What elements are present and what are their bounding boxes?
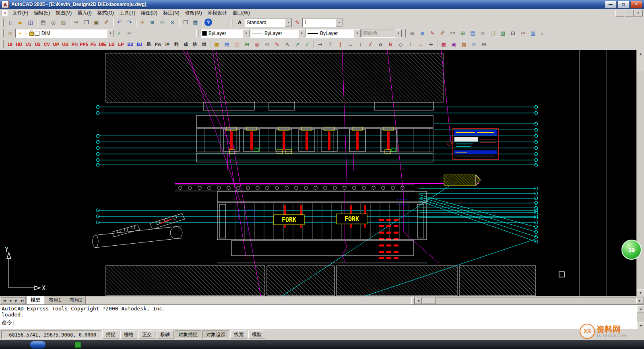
toolbar-grip[interactable] [2,18,4,27]
text-style-combo[interactable]: Standard ▼ [245,18,292,27]
bulb-on-icon[interactable]: ● [17,30,23,37]
die-tool-button[interactable]: LB [107,40,116,48]
die-tool-button[interactable]: P5 [89,40,98,48]
toolbar-grip[interactable] [2,40,4,48]
dim-vertical-icon[interactable]: ↕ [355,39,365,49]
layer-manager-icon[interactable]: ≣ [5,29,15,38]
dim-center-icon[interactable]: ◇ [396,39,406,49]
tab-scroll-splitter[interactable] [411,297,415,304]
redo-icon[interactable]: ↷ [124,18,134,27]
status-toggle[interactable]: 捕捉 [102,331,119,339]
zoom-window-icon[interactable]: ⊡ [157,18,167,27]
die-tool-button[interactable]: CV [42,40,52,48]
chevron-down-icon[interactable]: ▼ [285,18,292,27]
menu-item[interactable]: 插入(I) [74,9,94,17]
horizontal-scroll-thumb[interactable] [423,298,436,304]
status-toggle[interactable]: 对象追踪 [202,331,229,339]
new-icon[interactable]: ▯ [5,18,15,27]
dim-perpendicular-icon[interactable]: ⊥ [406,39,416,49]
plot-icon[interactable]: ▤ [38,18,48,27]
vertical-scroll-thumb[interactable] [637,57,644,71]
brush-icon[interactable]: ✐ [438,29,448,38]
menu-item[interactable]: 冲模设计 [205,9,230,17]
menu-item[interactable]: 修改(M) [182,9,205,17]
taskbar-app-icon[interactable] [75,342,81,348]
chevron-down-icon[interactable]: ▼ [354,29,361,37]
zoom-previous-icon[interactable]: ⊙ [167,18,178,27]
vertical-scrollbar[interactable]: ▲ ▼ [636,50,644,296]
scroll-down-button[interactable]: ▼ [637,289,644,296]
block2-icon[interactable]: ▣ [449,39,459,49]
status-toggle[interactable]: 对象捕捉 [175,331,201,339]
toolbar-grip[interactable] [404,29,406,37]
etransmit-icon[interactable]: ✉ [407,29,417,38]
close-button[interactable]: × [630,1,642,8]
chevron-down-icon[interactable]: ▼ [336,18,343,27]
mdi-minimize-button[interactable]: — [615,10,624,16]
menu-item[interactable]: 编辑(E) [31,9,53,17]
dim-linear-icon[interactable]: ⊣ [315,39,325,49]
status-toggle[interactable]: 极轴 [157,331,173,339]
die-tool-button[interactable]: PH [70,40,79,48]
hatch-icon[interactable]: ▨ [459,39,469,49]
dim-horizontal-icon[interactable]: ↔ [345,39,355,49]
undo-icon[interactable]: ↶ [114,18,124,27]
die-tool-button[interactable]: Pw [153,40,163,48]
dim-angular-icon[interactable]: ∠ [365,39,376,49]
dim-baseline-icon[interactable]: ≂ [416,39,426,49]
properties-icon[interactable]: ❒ [180,18,190,27]
die-tool-button[interactable]: 易 [144,40,153,48]
status-toggle[interactable]: 栅格 [120,331,137,339]
layer-combo[interactable]: ●☼ DIM ▼ [15,29,114,38]
layout-tab-1[interactable]: 布局1 [45,296,65,304]
die-tool-button[interactable]: DIE [98,40,107,48]
die-tool-button[interactable]: U1 [24,40,33,48]
dim-continue-icon[interactable]: ✛ [426,39,436,49]
hyperlink-icon[interactable]: ⊕ [417,29,427,38]
die-tool-button[interactable]: B2 [126,40,135,48]
menu-item[interactable]: 窗口(W) [230,9,253,17]
die-tool-button[interactable]: 料 [172,40,181,48]
coordinate-readout[interactable]: -68156.5741, 29675.9068, 0.0000 [1,331,101,339]
make-object-layer-current-icon[interactable]: ✓ [114,29,124,38]
co-icon[interactable]: CO [448,29,458,38]
scroll-left-button[interactable]: ◀ [415,298,422,304]
table2-icon[interactable]: ▦ [439,39,449,49]
horizontal-scrollbar[interactable]: ◀ ▶ [415,297,644,304]
table-icon[interactable]: ▤ [468,29,478,38]
paste-icon[interactable]: ▣ [91,18,101,27]
die-tool-button[interactable]: 19 [5,40,14,48]
drawing-canvas[interactable]: FORK FORK [0,50,637,296]
die-tool-button[interactable]: 组 [200,40,209,48]
menu-item[interactable]: 文件(F) [10,9,31,17]
menu-item[interactable]: 工具(T) [117,9,138,17]
block-editor-icon[interactable]: ⊞ [458,29,468,38]
command-prompt[interactable]: 命令: [2,319,635,326]
lineweight-combo[interactable]: ByLayer ▼ [305,29,361,38]
maximize-button[interactable]: □ [617,1,630,8]
dwg-file-icon[interactable]: A [2,10,8,16]
toolbar-grip[interactable] [2,29,4,37]
cut-icon[interactable]: ✂ [71,18,81,27]
check-icon[interactable]: ✓ [302,39,312,49]
publish-icon[interactable]: ▥ [58,18,68,27]
dim-aligned-icon[interactable]: ⊤ [325,39,335,49]
color-combo[interactable]: ByLayer ▼ [200,29,250,38]
purge-icon[interactable]: ✂ [518,29,528,38]
edit-pencil-icon[interactable]: ✎ [272,39,282,49]
die-tool-button[interactable]: 冲 [163,40,172,48]
text-tool-icon[interactable]: A [282,39,292,49]
tab-nav-button[interactable]: ▶ [13,298,19,304]
image-icon[interactable]: ▧ [498,29,508,38]
ucs-dialog-icon[interactable]: ∟ [538,29,548,38]
dim-diameter-icon[interactable]: ⌀ [376,39,386,49]
die-tool-button[interactable]: UP [52,40,61,48]
copy-icon[interactable]: ❐ [81,18,91,27]
mdi-close-button[interactable]: × [634,10,643,16]
die-layout-icon[interactable]: ▦ [212,39,222,49]
chevron-down-icon[interactable]: ▼ [298,29,305,37]
dim-radius-icon[interactable]: R [386,39,396,49]
toolbar-grip[interactable] [196,29,198,37]
leader-icon[interactable]: ↗ [292,39,302,49]
status-toggle[interactable]: 线宽 [230,331,247,339]
